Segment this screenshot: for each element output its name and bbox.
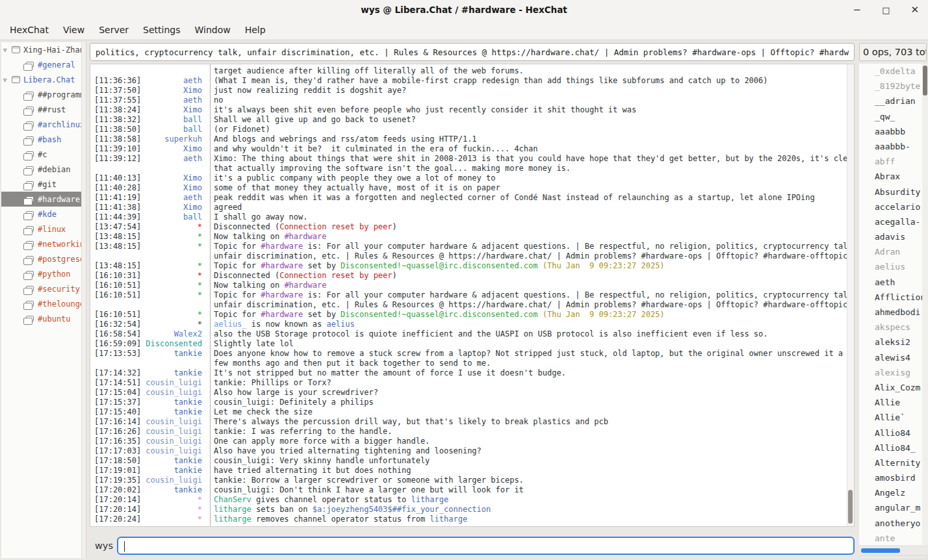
tree-item-rust[interactable]: ##rust (1, 102, 86, 117)
userlist-scrollbar[interactable] (922, 64, 928, 545)
user-item[interactable]: ahmedbodi (859, 305, 922, 320)
tree-item-linux[interactable]: #linux (1, 222, 86, 236)
tree-item-python[interactable]: #python (1, 266, 86, 281)
tree-item-security[interactable]: #security (1, 281, 86, 296)
nick: superkuh (144, 134, 206, 144)
tree-item-general[interactable]: #general (1, 57, 86, 72)
menu-settings[interactable]: Settings (136, 21, 187, 38)
userlist-hscrollbar-thumb[interactable] (861, 548, 900, 553)
expander-icon[interactable]: ▽ (3, 77, 12, 83)
user-item[interactable]: alexisg (859, 365, 922, 380)
tree-item-archlinux[interactable]: #archlinux (1, 117, 86, 132)
chat-row: [17:20:24]*litharge removes channel oper… (90, 515, 854, 524)
chat-row: [11:38:32]ballShall we all give up and g… (90, 115, 854, 125)
user-item[interactable]: Adran (859, 244, 922, 259)
user-item[interactable]: adavis (859, 229, 922, 244)
tree-item-git[interactable]: #git (1, 177, 86, 192)
close-button[interactable]: ✕ (910, 5, 919, 15)
channel-icon (26, 316, 34, 322)
chat-row: [16:10:51]*Topic for #hardware is: For a… (90, 290, 854, 300)
message-text: ChanServ gives channel operator status t… (206, 495, 854, 505)
user-item[interactable]: aleksi2 (859, 335, 922, 350)
chat-scrollbar[interactable] (847, 64, 854, 526)
user-item[interactable]: Allio84_ (859, 440, 922, 455)
user-item[interactable]: aaabbb- (859, 139, 922, 154)
channel-icon (26, 121, 34, 127)
menu-help[interactable]: Help (238, 21, 273, 38)
maximize-button[interactable]: □ (882, 6, 890, 14)
user-item[interactable]: ante (859, 531, 922, 545)
nick: * (144, 310, 206, 320)
tree-scrollbar[interactable] (81, 42, 86, 558)
timestamp: [17:16:35] (90, 437, 144, 446)
timestamp: [17:15:37] (90, 398, 144, 407)
user-item[interactable]: Affliction (859, 290, 922, 305)
tree-item-ubuntu[interactable]: #ubuntu (1, 311, 86, 326)
menu-window[interactable]: Window (187, 21, 237, 38)
chat-view[interactable]: target audience after killing off litera… (90, 64, 855, 527)
message-text: (What I mean is, they'd rather have a mo… (206, 76, 854, 86)
user-item[interactable]: anotheryo (859, 516, 922, 531)
user-item[interactable]: Alternity (859, 455, 922, 470)
user-item[interactable]: abff (859, 154, 922, 169)
user-item[interactable]: Abrax (859, 169, 922, 184)
message-text: have tried alternating it but does nothi… (206, 466, 854, 476)
tree-item-c[interactable]: #c (1, 147, 86, 162)
user-item[interactable]: Alix_Cozm (859, 380, 922, 395)
user-item[interactable]: alewis4 (859, 350, 922, 365)
message-input[interactable] (117, 537, 855, 555)
chat-row: [13:47:54]*Disconnected (Connection rese… (90, 222, 854, 232)
user-item[interactable]: Angelz (859, 485, 922, 500)
topic-input[interactable] (90, 43, 855, 61)
user-item[interactable]: _8192byte (859, 79, 922, 94)
nick: Ximo (144, 173, 206, 183)
user-item[interactable]: aaabbb (859, 124, 922, 139)
user-item[interactable]: Allie (859, 395, 922, 410)
user-list[interactable]: _0xdelta_8192byte__adrian_qw_aaabbbaaabb… (859, 64, 922, 545)
nick: tankie (144, 485, 206, 495)
timestamp: [13:48:15] (90, 232, 144, 242)
user-item[interactable]: _0xdelta (859, 64, 922, 79)
tree-item-debian[interactable]: #debian (1, 162, 86, 177)
user-item[interactable]: Allio84 (859, 426, 922, 440)
userlist-scrollbar-thumb[interactable] (923, 66, 927, 95)
expander-icon[interactable]: ▽ (3, 47, 12, 53)
tree-item-xing-hai-zhan[interactable]: ▽Xing-Hai-Zhan (1, 42, 86, 57)
nick-button[interactable]: wys (95, 541, 113, 551)
message-text: also the USB Storage protocol is quiote … (206, 329, 854, 339)
user-item[interactable]: __adrian (859, 94, 922, 108)
nick: * (144, 232, 206, 242)
user-item[interactable]: angular_m (859, 500, 922, 515)
user-item[interactable]: aelius (859, 259, 922, 274)
user-item[interactable]: Absurdity (859, 185, 922, 199)
user-item[interactable]: _qw_ (859, 109, 922, 124)
tree-item-libera.chat[interactable]: ▽Libera.Chat (1, 72, 86, 87)
menu-server[interactable]: Server (92, 21, 136, 38)
menu-hexchat[interactable]: HexChat (3, 21, 56, 38)
user-item[interactable]: Allie` (859, 410, 922, 425)
timestamp: [17:20:14] (90, 505, 144, 515)
tree-item-postgresql[interactable]: #postgresql (1, 251, 86, 266)
timestamp: [11:40:13] (90, 173, 144, 183)
user-item[interactable]: acegalla- (859, 214, 922, 229)
menu-view[interactable]: View (56, 21, 92, 38)
nick: Ximo (144, 144, 206, 154)
menu-bar: HexChatViewServerSettingsWindowHelp (0, 20, 928, 40)
tree-item-hardware[interactable]: #hardware (1, 192, 86, 207)
channel-tree[interactable]: ▽Xing-Hai-Zhan#general▽Libera.Chat##prog… (1, 42, 86, 558)
tree-item-thelounge[interactable]: #thelounge (1, 296, 86, 311)
user-item[interactable]: aeth (859, 275, 922, 290)
nick: tankie (144, 398, 206, 407)
tree-item-bash[interactable]: #bash (1, 132, 86, 147)
user-item[interactable]: akspecs (859, 320, 922, 335)
nick: cousin_luigi (144, 427, 206, 437)
user-item[interactable]: amosbird (859, 470, 922, 485)
chat-scrollbar-thumb[interactable] (848, 490, 853, 524)
user-item[interactable]: accelario (859, 199, 922, 214)
tree-item-kde[interactable]: #kde (1, 207, 86, 222)
chat-row: [11:37:50]Ximojust now realizing reddit … (90, 86, 854, 95)
timestamp: [11:38:50] (90, 125, 144, 134)
tree-item-networking[interactable]: #networking (1, 236, 86, 251)
tree-item-programming[interactable]: ##programming (1, 87, 86, 102)
minimize-button[interactable]: − (853, 5, 862, 15)
